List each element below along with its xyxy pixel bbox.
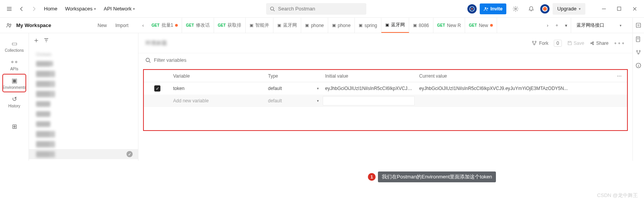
tab-scroll-right[interactable]: › — [543, 23, 552, 28]
nav-workspaces-label: Workspaces — [65, 6, 93, 12]
more-icon[interactable]: ∘∘∘ — [614, 41, 625, 46]
nav-workspaces[interactable]: Workspaces▾ — [61, 6, 100, 12]
nav-home[interactable]: Home — [40, 6, 61, 12]
sidebar-env-item[interactable]: ████大 — [29, 129, 138, 139]
env-quicklook-icon[interactable] — [632, 18, 644, 33]
svg-point-12 — [146, 58, 150, 61]
rail-apis[interactable]: ∘∘APIs — [3, 56, 26, 73]
rail-label: History — [8, 104, 20, 108]
watermark: CSDN @龙中舞王 — [597, 192, 638, 199]
tab[interactable]: ▣spring — [355, 18, 381, 33]
rail-environments[interactable]: ▣Environments — [3, 74, 26, 92]
window-minimize-icon[interactable] — [598, 3, 610, 15]
avatar[interactable] — [540, 4, 550, 14]
docs-icon[interactable] — [636, 36, 641, 42]
sidebar-env-item[interactable]: ████口 — [29, 89, 138, 99]
tab[interactable]: GETNew R — [433, 18, 465, 33]
cell-type[interactable]: default▾ — [266, 86, 323, 91]
window-maximize-icon[interactable] — [613, 3, 625, 15]
sidebar-env-item[interactable]: ████ — [29, 119, 138, 129]
sidebar-env-item[interactable]: ████ — [29, 99, 138, 109]
table-row[interactable]: ✓ token default▾ eyJhbGciOiJIUzI1NiIsInR… — [144, 82, 627, 95]
svg-point-6 — [7, 23, 9, 25]
cell-current[interactable]: eyJhbGciOiJIUzI1NiIsInR5cCI6IkpXVCJ9.eyJ… — [417, 86, 612, 91]
svg-point-7 — [10, 24, 11, 25]
new-button[interactable]: New — [94, 21, 111, 30]
method-badge: GET — [218, 23, 226, 27]
filter-icon[interactable] — [44, 37, 49, 43]
plus-icon[interactable]: ＋ — [33, 36, 40, 45]
variables-table: Variable Type Initial value Current valu… — [144, 70, 627, 130]
back-icon[interactable] — [15, 3, 28, 15]
col-menu-icon[interactable]: ⋯ — [612, 73, 627, 79]
workspace-name[interactable]: My Workspace — [16, 22, 51, 28]
env-selector-label: 蓝牙网络接口 — [577, 22, 604, 29]
sidebar-env-item[interactable]: ████口 — [29, 79, 138, 89]
tab[interactable]: ▣蓝牙网 — [381, 18, 409, 33]
settings-icon[interactable] — [509, 3, 522, 15]
fork-button[interactable]: Fork — [532, 41, 548, 46]
tab[interactable]: ▣phone — [328, 18, 355, 33]
cell-variable[interactable]: token — [171, 86, 266, 91]
checkbox-checked[interactable]: ✓ — [154, 85, 160, 92]
chevron-down-icon: ▾ — [133, 7, 135, 11]
tab[interactable]: GET修改话 — [182, 18, 214, 33]
upgrade-button[interactable]: Upgrade▾ — [553, 3, 585, 15]
people-icon — [6, 22, 12, 29]
svg-point-10 — [535, 41, 536, 42]
collections-icon: ▭ — [12, 40, 17, 47]
sidebar-env-item[interactable]: ████ — [29, 109, 138, 119]
tab[interactable]: ▣phone — [301, 18, 328, 33]
import-button[interactable]: Import — [111, 21, 132, 30]
save-label: Save — [574, 41, 584, 46]
tab[interactable]: ▣蓝牙网 — [273, 18, 301, 33]
tab-label: spring — [364, 23, 377, 28]
tab[interactable]: ▣智能并 — [246, 18, 273, 33]
search-input[interactable] — [278, 6, 362, 12]
sidebar-env-item[interactable]: ████里 — [29, 139, 138, 149]
variables-table-box: Variable Type Initial value Current valu… — [143, 69, 628, 131]
window-close-icon[interactable] — [629, 3, 641, 15]
cell-initial[interactable]: eyJhbGciOiJIUzI1NiIsInR5cCI6IkpXVCJ9.e..… — [323, 86, 417, 91]
table-row-add[interactable]: Add new variable default▾ — [144, 95, 627, 107]
tab[interactable]: GET获取排 — [214, 18, 246, 33]
info-icon[interactable] — [636, 63, 641, 68]
filter-variables[interactable] — [145, 57, 625, 63]
search-icon — [270, 6, 275, 12]
unsaved-dot-icon — [175, 24, 178, 27]
nav-api-network[interactable]: API Network▾ — [100, 6, 139, 12]
add-variable-placeholder[interactable]: Add new variable — [171, 98, 266, 104]
filter-input[interactable] — [154, 57, 219, 63]
forward-icon[interactable] — [28, 3, 40, 15]
environment-selector[interactable]: 蓝牙网络接口 ▾ — [571, 18, 632, 33]
tab[interactable]: GET批量1 — [148, 18, 182, 33]
tab[interactable]: ▣8086 — [409, 18, 433, 33]
svg-point-4 — [515, 8, 516, 9]
cell-initial-empty[interactable] — [323, 96, 415, 105]
rail-history[interactable]: ↺History — [3, 93, 26, 110]
search-box[interactable] — [266, 3, 366, 15]
rail-add[interactable]: ⊞ — [3, 117, 26, 135]
sidebar-env-item[interactable]: ████8 — [29, 59, 138, 69]
fork-icon[interactable] — [636, 50, 641, 55]
table-header: Variable Type Initial value Current valu… — [144, 70, 627, 82]
tab-menu[interactable]: ▾ — [561, 23, 571, 28]
col-variable: Variable — [171, 73, 266, 79]
tab-label: phone — [311, 23, 324, 28]
explore-icon[interactable] — [467, 4, 477, 14]
tab-scroll-left[interactable]: ‹ — [138, 18, 148, 33]
share-button[interactable]: Share — [590, 41, 609, 46]
tab-new[interactable]: ＋ — [552, 22, 561, 29]
check-icon: ✓ — [126, 151, 133, 157]
cell-type[interactable]: default▾ — [266, 98, 323, 104]
hamburger-icon[interactable] — [3, 3, 15, 15]
chevron-down-icon: ▾ — [94, 7, 96, 11]
sidebar-env-item[interactable]: ████里✓ — [29, 149, 138, 159]
env-tab-icon: ▣ — [385, 22, 389, 27]
notifications-icon[interactable] — [525, 3, 537, 15]
invite-button[interactable]: Invite — [480, 3, 506, 14]
tab-label: New R — [447, 23, 461, 28]
rail-collections[interactable]: ▭Collections — [3, 37, 26, 55]
sidebar-env-item[interactable]: ████地 — [29, 69, 138, 79]
tab[interactable]: GETNew — [465, 18, 497, 33]
